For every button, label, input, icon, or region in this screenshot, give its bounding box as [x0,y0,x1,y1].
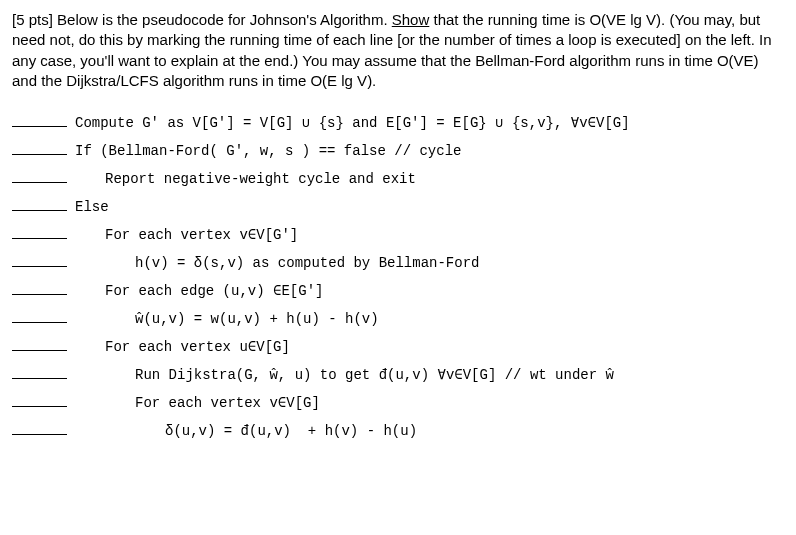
code-text: For each vertex u∈V[G] [75,333,290,361]
code-text: Else [75,193,109,221]
runtime-blank[interactable] [12,254,67,267]
code-line-3: Report negative-weight cycle and exit [12,165,784,193]
code-line-10: Run Dijkstra(G, ŵ, u) to get đ(u,v) ∀v∈V… [12,361,784,389]
runtime-blank[interactable] [12,366,67,379]
code-line-11: For each vertex v∈V[G] [12,389,784,417]
code-text: For each vertex v∈V[G'] [75,221,298,249]
code-text: h(v) = δ(s,v) as computed by Bellman-For… [75,249,479,277]
code-line-5: For each vertex v∈V[G'] [12,221,784,249]
runtime-blank[interactable] [12,282,67,295]
question-prompt: [5 pts] Below is the pseudocode for John… [12,10,784,91]
code-line-6: h(v) = δ(s,v) as computed by Bellman-For… [12,249,784,277]
code-text: If (Bellman-Ford( G', w, s ) == false //… [75,137,461,165]
intro-text-a: Below is the pseudocode for Johnson's Al… [57,11,392,28]
code-line-1: Compute G' as V[G'] = V[G] ∪ {s} and E[G… [12,109,784,137]
runtime-blank[interactable] [12,198,67,211]
code-line-7: For each edge (u,v) ∈E[G'] [12,277,784,305]
code-text: δ(u,v) = đ(u,v) + h(v) - h(u) [75,417,417,445]
code-line-12: δ(u,v) = đ(u,v) + h(v) - h(u) [12,417,784,445]
code-line-8: ŵ(u,v) = w(u,v) + h(u) - h(v) [12,305,784,333]
show-word: Show [392,11,430,28]
code-line-9: For each vertex u∈V[G] [12,333,784,361]
code-text: Compute G' as V[G'] = V[G] ∪ {s} and E[G… [75,109,630,137]
runtime-blank[interactable] [12,422,67,435]
runtime-blank[interactable] [12,338,67,351]
code-text: ŵ(u,v) = w(u,v) + h(u) - h(v) [75,305,379,333]
runtime-blank[interactable] [12,114,67,127]
runtime-blank[interactable] [12,142,67,155]
code-text: For each vertex v∈V[G] [75,389,320,417]
points-label: [5 pts] [12,11,57,28]
runtime-blank[interactable] [12,310,67,323]
runtime-blank[interactable] [12,226,67,239]
code-text: Report negative-weight cycle and exit [75,165,416,193]
code-text: Run Dijkstra(G, ŵ, u) to get đ(u,v) ∀v∈V… [75,361,614,389]
code-line-2: If (Bellman-Ford( G', w, s ) == false //… [12,137,784,165]
code-text: For each edge (u,v) ∈E[G'] [75,277,323,305]
runtime-blank[interactable] [12,394,67,407]
runtime-blank[interactable] [12,170,67,183]
pseudocode-block: Compute G' as V[G'] = V[G] ∪ {s} and E[G… [12,109,784,445]
code-line-4: Else [12,193,784,221]
